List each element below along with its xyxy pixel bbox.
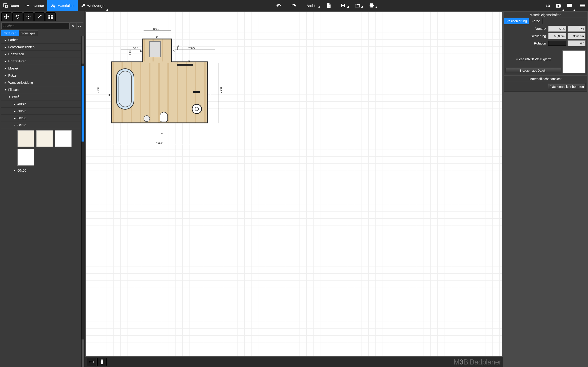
tree-fensteraussichten[interactable]: ▶Fensteraussichten: [1, 44, 83, 51]
fixture-sink[interactable]: [192, 104, 202, 114]
undo-icon: [276, 3, 282, 8]
material-preview[interactable]: [562, 50, 586, 73]
slider-rotation[interactable]: [548, 41, 566, 46]
fixture-niche[interactable]: [149, 41, 161, 57]
svg-marker-31: [28, 15, 29, 15]
svg-rect-37: [51, 15, 52, 17]
fixture-drain[interactable]: [144, 115, 150, 122]
input-versatz-x[interactable]: [548, 26, 566, 32]
subtab-color[interactable]: Farbe: [529, 18, 543, 24]
rotate-icon: [15, 14, 20, 19]
swatch-tile-3[interactable]: [55, 130, 72, 147]
tree-50x50[interactable]: ▶50x50: [1, 115, 83, 122]
tool-move[interactable]: [1, 12, 11, 21]
tree-putze[interactable]: ▶Putze: [1, 72, 83, 79]
fixture-bathtub[interactable]: [116, 68, 134, 110]
swatch-tile-2[interactable]: [36, 130, 53, 147]
tree-holztexturen[interactable]: ▶Holztexturen: [1, 58, 83, 65]
redo-button[interactable]: [288, 3, 299, 8]
input-versatz-y[interactable]: [568, 26, 586, 32]
wall-marker-a: A: [129, 59, 130, 62]
search-clear-button[interactable]: ✕: [69, 23, 76, 29]
open-button[interactable]: [352, 3, 363, 8]
undo-button[interactable]: [274, 3, 285, 8]
fixture-radiator[interactable]: [177, 64, 193, 66]
corner-indicator: [375, 6, 377, 8]
print-button[interactable]: [366, 3, 377, 8]
tab-materials-label: Materialien: [57, 4, 74, 8]
tree-scrollbar[interactable]: [81, 36, 85, 367]
label-skalierung: Skalierung: [506, 34, 547, 38]
tree-60x30[interactable]: ▼60x30: [1, 122, 83, 129]
snap-icon: [26, 14, 31, 19]
tab-textures[interactable]: Texturen: [1, 30, 19, 36]
measure-button[interactable]: [87, 358, 96, 366]
svg-rect-8: [53, 5, 55, 8]
fixture-toilet[interactable]: [160, 112, 168, 122]
input-skalierung-y[interactable]: [568, 33, 586, 39]
document-title[interactable]: Bad 1: [302, 4, 320, 8]
tab-inventory[interactable]: Inventar: [22, 0, 47, 11]
input-skalierung-x[interactable]: [548, 33, 566, 39]
tree-weiss[interactable]: ▼Weiß: [1, 93, 83, 100]
wall-marker-d: D: [173, 50, 174, 53]
tree-farben[interactable]: ▶Farben: [1, 36, 83, 44]
camera-icon: [556, 3, 561, 8]
corner-indicator: [361, 6, 363, 8]
input-rotation[interactable]: [568, 40, 586, 46]
snapshot-button[interactable]: [553, 0, 564, 11]
dim-right-top: 206.5: [188, 47, 195, 50]
tab-room[interactable]: Raum: [0, 0, 22, 11]
tool-rotate[interactable]: [12, 12, 23, 21]
search-collapse-button[interactable]: ︿: [76, 23, 83, 29]
chevron-right-icon: ▶: [5, 46, 7, 48]
material-tree[interactable]: ▶Farben ▶Fensteraussichten ▶Holzfliesen …: [0, 36, 85, 367]
floor-plan-canvas[interactable]: A B C D E F G H 100.0 96.5 206.5 90.0 90…: [85, 11, 503, 357]
search-input[interactable]: [1, 23, 69, 29]
tab-other[interactable]: Sonstiges: [19, 30, 38, 36]
svg-marker-29: [8, 16, 9, 17]
fixture-towel-bar[interactable]: [193, 91, 200, 93]
tree-holzfliesen[interactable]: ▶Holzfliesen: [1, 51, 83, 58]
grid-icon: [48, 15, 53, 19]
svg-point-18: [557, 5, 559, 7]
svg-rect-19: [567, 4, 572, 7]
tree-45x45[interactable]: ▶45x45: [1, 100, 83, 108]
tab-materials[interactable]: Materialien: [47, 0, 78, 11]
right-panel: Materialeigenschaften Positionierung Far…: [503, 11, 588, 367]
svg-marker-27: [6, 18, 7, 19]
view-3d-button[interactable]: 3D: [543, 0, 553, 11]
tab-tools[interactable]: Werkzeuge: [78, 0, 108, 11]
tree-fliesen[interactable]: ▼Fliesen: [1, 86, 83, 93]
new-button[interactable]: [323, 3, 334, 8]
dim-top: 100.0: [153, 27, 159, 30]
menu-button[interactable]: [577, 0, 588, 11]
tool-snap[interactable]: [23, 12, 34, 21]
swatch-tile-4[interactable]: [17, 149, 34, 166]
dim-left-upper: 90.0: [129, 50, 131, 55]
tree-50x25[interactable]: ▶50x25: [1, 108, 83, 115]
wall-marker-e: E: [188, 59, 190, 62]
tree-mosaik[interactable]: ▶Mosaik: [1, 65, 83, 72]
replace-from-file-button[interactable]: Ersetzen aus Datei...: [506, 68, 561, 73]
save-button[interactable]: [338, 3, 349, 8]
tool-grid[interactable]: [45, 12, 56, 21]
move-icon: [4, 14, 9, 19]
display-button[interactable]: [564, 0, 575, 11]
tree-60x60[interactable]: ▶60x60: [1, 167, 83, 174]
materials-icon: [51, 3, 56, 8]
wall-marker-c: C: [156, 36, 158, 39]
chevron-down-icon: ▼: [8, 96, 10, 98]
tool-picker[interactable]: [35, 12, 44, 21]
label-versatz: Versatz: [506, 27, 547, 31]
remote-button[interactable]: [97, 358, 107, 366]
material-name: Fliese 60x30 Weiß glanz: [506, 50, 561, 68]
save-icon: [341, 3, 346, 8]
chevron-down-icon: ▼: [5, 89, 7, 91]
svg-rect-15: [370, 6, 373, 8]
swatch-tile-1[interactable]: [17, 130, 34, 147]
tree-wandverkleidung[interactable]: ▶Wandverkleidung: [1, 79, 83, 86]
subtab-positioning[interactable]: Positionierung: [504, 18, 529, 24]
svg-rect-1: [6, 5, 7, 7]
enter-surface-view-button[interactable]: Flächenansicht betreten: [548, 83, 586, 90]
